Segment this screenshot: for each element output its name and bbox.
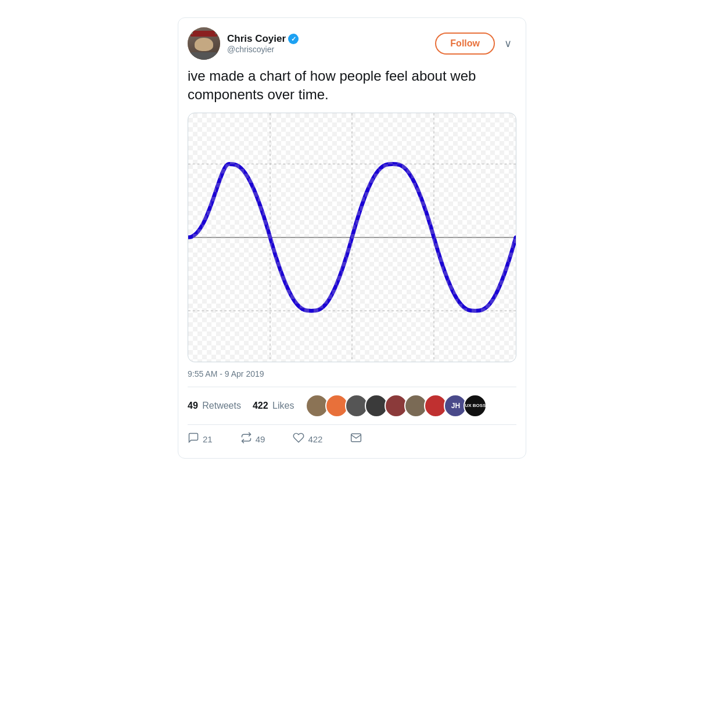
retweet-button[interactable]: 49 <box>240 432 265 446</box>
tweet-header-left: Chris Coyier ✓ @chriscoyier <box>188 27 299 60</box>
tweet-text: ive made a chart of how people feel abou… <box>188 67 516 104</box>
user-info: Chris Coyier ✓ @chriscoyier <box>227 33 299 54</box>
liker-avatar[interactable]: UX BOSS <box>464 394 487 417</box>
like-icon <box>293 432 304 446</box>
like-button[interactable]: 422 <box>293 432 322 446</box>
likes-stat[interactable]: 422 Likes <box>253 401 294 411</box>
retweets-count: 49 <box>188 401 198 410</box>
tweet-actions: 21 49 422 <box>188 427 516 449</box>
tweet-stats-row: 49 Retweets 422 Likes JHUX BOSS <box>188 387 516 425</box>
dm-button[interactable] <box>350 432 362 446</box>
retweets-label: Retweets <box>202 401 241 410</box>
likes-count: 422 <box>253 401 268 410</box>
chart-background <box>188 113 516 362</box>
verified-icon: ✓ <box>288 34 299 44</box>
user-handle[interactable]: @chriscoyier <box>227 45 299 54</box>
chart-container <box>188 113 516 362</box>
reply-button[interactable]: 21 <box>188 432 213 446</box>
tweet-header-right: Follow ∨ <box>435 33 516 55</box>
reply-count: 21 <box>203 434 213 444</box>
retweets-stat[interactable]: 49 Retweets <box>188 401 241 411</box>
follow-button[interactable]: Follow <box>435 33 495 55</box>
tweet-header: Chris Coyier ✓ @chriscoyier Follow ∨ <box>188 27 516 60</box>
avatar[interactable] <box>188 27 220 60</box>
like-count: 422 <box>308 434 322 444</box>
reply-icon <box>188 432 199 446</box>
retweet-count: 49 <box>256 434 265 444</box>
user-name[interactable]: Chris Coyier <box>227 33 286 45</box>
chevron-down-icon[interactable]: ∨ <box>500 35 516 52</box>
likers-avatars-row: JHUX BOSS <box>306 394 487 417</box>
tweet-card: Chris Coyier ✓ @chriscoyier Follow ∨ ive… <box>178 17 526 459</box>
likes-label: Likes <box>272 401 294 410</box>
user-name-row: Chris Coyier ✓ <box>227 33 299 45</box>
tweet-timestamp: 9:55 AM - 9 Apr 2019 <box>188 369 516 379</box>
retweet-icon <box>240 432 252 446</box>
dm-icon <box>350 432 362 446</box>
stats-counts: 49 Retweets 422 Likes <box>188 401 294 411</box>
